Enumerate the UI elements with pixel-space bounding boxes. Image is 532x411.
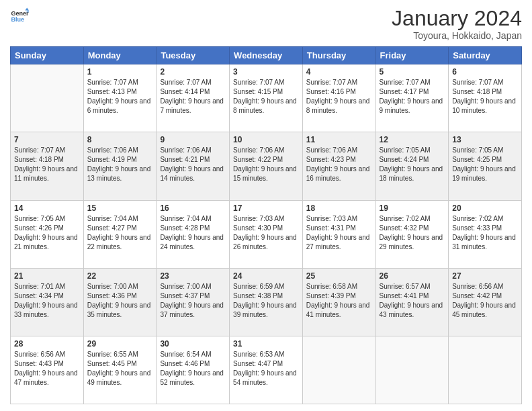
- table-row: 21Sunrise: 7:01 AMSunset: 4:34 PMDayligh…: [11, 268, 84, 336]
- day-info: Sunrise: 7:07 AMSunset: 4:16 PMDaylight:…: [306, 78, 372, 116]
- day-number: 15: [87, 203, 153, 213]
- calendar-week-row: 7Sunrise: 7:07 AMSunset: 4:18 PMDaylight…: [11, 132, 522, 200]
- day-info: Sunrise: 6:56 AMSunset: 4:42 PMDaylight:…: [452, 282, 518, 320]
- table-row: 22Sunrise: 7:00 AMSunset: 4:36 PMDayligh…: [83, 268, 157, 336]
- day-info: Sunrise: 7:05 AMSunset: 4:25 PMDaylight:…: [452, 146, 518, 183]
- header: General Blue January 2024 Toyoura, Hokka…: [10, 7, 522, 41]
- table-row: [302, 336, 375, 404]
- table-row: 20Sunrise: 7:02 AMSunset: 4:33 PMDayligh…: [449, 200, 522, 268]
- col-wednesday: Wednesday: [230, 47, 303, 64]
- day-number: 1: [87, 67, 153, 77]
- day-number: 22: [87, 271, 153, 281]
- day-number: 4: [306, 67, 372, 77]
- day-number: 2: [160, 67, 226, 77]
- logo-icon: General Blue: [10, 7, 29, 26]
- subtitle: Toyoura, Hokkaido, Japan: [392, 30, 522, 41]
- logo: General Blue: [10, 7, 29, 26]
- day-number: 16: [160, 203, 226, 213]
- day-info: Sunrise: 7:00 AMSunset: 4:37 PMDaylight:…: [160, 282, 226, 320]
- table-row: [449, 336, 522, 404]
- day-info: Sunrise: 7:00 AMSunset: 4:36 PMDaylight:…: [87, 282, 153, 320]
- day-info: Sunrise: 6:59 AMSunset: 4:38 PMDaylight:…: [233, 282, 299, 320]
- table-row: 2Sunrise: 7:07 AMSunset: 4:14 PMDaylight…: [157, 64, 230, 132]
- table-row: 16Sunrise: 7:04 AMSunset: 4:28 PMDayligh…: [157, 200, 230, 268]
- day-info: Sunrise: 6:54 AMSunset: 4:46 PMDaylight:…: [160, 350, 226, 387]
- table-row: 11Sunrise: 7:06 AMSunset: 4:23 PMDayligh…: [302, 132, 375, 200]
- day-number: 23: [160, 271, 226, 281]
- table-row: 28Sunrise: 6:56 AMSunset: 4:43 PMDayligh…: [11, 336, 84, 404]
- table-row: 4Sunrise: 7:07 AMSunset: 4:16 PMDaylight…: [302, 64, 375, 132]
- day-info: Sunrise: 7:07 AMSunset: 4:13 PMDaylight:…: [87, 78, 153, 116]
- day-number: 5: [380, 67, 445, 77]
- day-number: 20: [452, 203, 518, 213]
- table-row: 7Sunrise: 7:07 AMSunset: 4:18 PMDaylight…: [11, 132, 84, 200]
- col-saturday: Saturday: [449, 47, 522, 64]
- day-number: 28: [14, 339, 80, 349]
- day-info: Sunrise: 7:06 AMSunset: 4:21 PMDaylight:…: [160, 146, 226, 183]
- day-info: Sunrise: 7:04 AMSunset: 4:27 PMDaylight:…: [87, 214, 153, 252]
- day-number: 10: [233, 135, 299, 144]
- table-row: 19Sunrise: 7:02 AMSunset: 4:32 PMDayligh…: [375, 200, 449, 268]
- day-info: Sunrise: 7:07 AMSunset: 4:18 PMDaylight:…: [452, 78, 518, 116]
- calendar-table: Sunday Monday Tuesday Wednesday Thursday…: [10, 46, 522, 404]
- day-info: Sunrise: 7:03 AMSunset: 4:31 PMDaylight:…: [306, 214, 372, 252]
- table-row: 10Sunrise: 7:06 AMSunset: 4:22 PMDayligh…: [230, 132, 303, 200]
- svg-text:Blue: Blue: [11, 16, 24, 23]
- day-number: 21: [14, 271, 80, 281]
- calendar-week-row: 1Sunrise: 7:07 AMSunset: 4:13 PMDaylight…: [11, 64, 522, 132]
- table-row: 5Sunrise: 7:07 AMSunset: 4:17 PMDaylight…: [375, 64, 449, 132]
- day-number: 13: [452, 135, 518, 144]
- table-row: 8Sunrise: 7:06 AMSunset: 4:19 PMDaylight…: [83, 132, 157, 200]
- day-info: Sunrise: 7:05 AMSunset: 4:26 PMDaylight:…: [14, 214, 80, 252]
- day-info: Sunrise: 7:06 AMSunset: 4:22 PMDaylight:…: [233, 146, 299, 183]
- table-row: 9Sunrise: 7:06 AMSunset: 4:21 PMDaylight…: [157, 132, 230, 200]
- day-number: 30: [160, 339, 226, 349]
- col-thursday: Thursday: [302, 47, 375, 64]
- table-row: 12Sunrise: 7:05 AMSunset: 4:24 PMDayligh…: [375, 132, 449, 200]
- day-number: 24: [233, 271, 299, 281]
- table-row: 25Sunrise: 6:58 AMSunset: 4:39 PMDayligh…: [302, 268, 375, 336]
- calendar-week-row: 21Sunrise: 7:01 AMSunset: 4:34 PMDayligh…: [11, 268, 522, 336]
- table-row: 23Sunrise: 7:00 AMSunset: 4:37 PMDayligh…: [157, 268, 230, 336]
- title-block: January 2024 Toyoura, Hokkaido, Japan: [392, 7, 522, 41]
- day-info: Sunrise: 7:05 AMSunset: 4:24 PMDaylight:…: [380, 146, 445, 183]
- table-row: 14Sunrise: 7:05 AMSunset: 4:26 PMDayligh…: [11, 200, 84, 268]
- col-friday: Friday: [375, 47, 449, 64]
- table-row: 31Sunrise: 6:53 AMSunset: 4:47 PMDayligh…: [230, 336, 303, 404]
- day-number: 26: [380, 271, 445, 281]
- day-info: Sunrise: 6:57 AMSunset: 4:41 PMDaylight:…: [380, 282, 445, 320]
- table-row: 3Sunrise: 7:07 AMSunset: 4:15 PMDaylight…: [230, 64, 303, 132]
- col-sunday: Sunday: [11, 47, 84, 64]
- day-info: Sunrise: 7:06 AMSunset: 4:23 PMDaylight:…: [306, 146, 372, 183]
- page: General Blue January 2024 Toyoura, Hokka…: [0, 0, 532, 411]
- day-number: 17: [233, 203, 299, 213]
- day-number: 31: [233, 339, 299, 349]
- table-row: 29Sunrise: 6:55 AMSunset: 4:45 PMDayligh…: [83, 336, 157, 404]
- svg-marker-2: [25, 7, 29, 10]
- table-row: [375, 336, 449, 404]
- day-number: 19: [380, 203, 445, 213]
- day-info: Sunrise: 7:06 AMSunset: 4:19 PMDaylight:…: [87, 146, 153, 183]
- table-row: 26Sunrise: 6:57 AMSunset: 4:41 PMDayligh…: [375, 268, 449, 336]
- calendar-week-row: 14Sunrise: 7:05 AMSunset: 4:26 PMDayligh…: [11, 200, 522, 268]
- day-number: 6: [452, 67, 518, 77]
- table-row: 15Sunrise: 7:04 AMSunset: 4:27 PMDayligh…: [83, 200, 157, 268]
- main-title: January 2024: [392, 7, 522, 30]
- day-info: Sunrise: 7:01 AMSunset: 4:34 PMDaylight:…: [14, 282, 80, 320]
- day-number: 9: [160, 135, 226, 144]
- day-info: Sunrise: 7:02 AMSunset: 4:33 PMDaylight:…: [452, 214, 518, 252]
- calendar-week-row: 28Sunrise: 6:56 AMSunset: 4:43 PMDayligh…: [11, 336, 522, 404]
- day-info: Sunrise: 6:56 AMSunset: 4:43 PMDaylight:…: [14, 350, 80, 387]
- day-info: Sunrise: 7:04 AMSunset: 4:28 PMDaylight:…: [160, 214, 226, 252]
- col-tuesday: Tuesday: [157, 47, 230, 64]
- day-info: Sunrise: 7:03 AMSunset: 4:30 PMDaylight:…: [233, 214, 299, 252]
- table-row: 6Sunrise: 7:07 AMSunset: 4:18 PMDaylight…: [449, 64, 522, 132]
- day-info: Sunrise: 6:58 AMSunset: 4:39 PMDaylight:…: [306, 282, 372, 320]
- day-number: 8: [87, 135, 153, 144]
- table-row: 24Sunrise: 6:59 AMSunset: 4:38 PMDayligh…: [230, 268, 303, 336]
- table-row: 18Sunrise: 7:03 AMSunset: 4:31 PMDayligh…: [302, 200, 375, 268]
- day-info: Sunrise: 7:07 AMSunset: 4:14 PMDaylight:…: [160, 78, 226, 116]
- day-info: Sunrise: 6:55 AMSunset: 4:45 PMDaylight:…: [87, 350, 153, 387]
- calendar-header-row: Sunday Monday Tuesday Wednesday Thursday…: [11, 47, 522, 64]
- day-number: 27: [452, 271, 518, 281]
